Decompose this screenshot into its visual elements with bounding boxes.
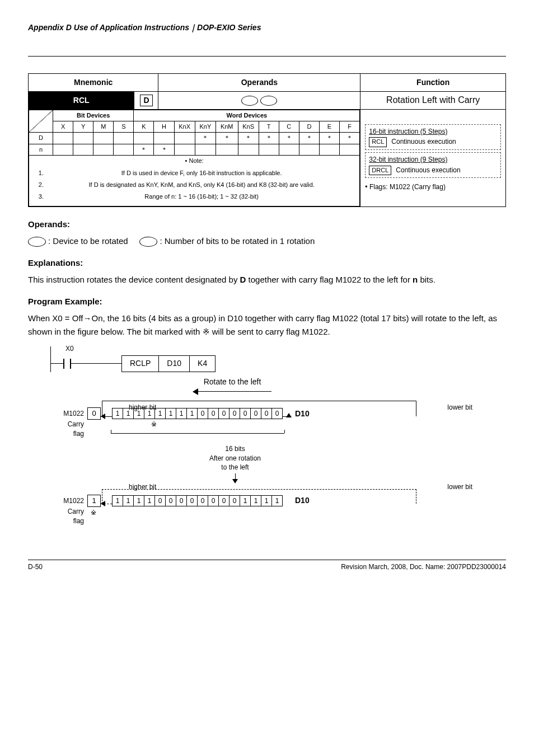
header-rule <box>28 56 506 57</box>
arrow-left-icon <box>193 388 271 395</box>
carry-box-bot: 1 <box>87 495 101 507</box>
steps-flags-cell: 16-bit instruction (5 Steps) RCL Continu… <box>360 109 506 206</box>
x0-label: X0 <box>65 344 74 354</box>
operands-heading: Operands: <box>28 218 506 230</box>
arrow-down-icon <box>232 479 238 483</box>
operand-ovals <box>158 92 360 109</box>
rotate-left-label: Rotate to the left <box>168 377 297 388</box>
bit-table-bot: 1111 0000 0000 1111 <box>112 495 283 506</box>
steps-16bit: 16-bit instruction (5 Steps) RCL Continu… <box>365 124 501 150</box>
note-2: If D is designated as KnY, KnM, and KnS,… <box>45 181 358 189</box>
function-desc: Rotation Left with Carry <box>360 92 506 109</box>
col-mnemonic: Mnemonic <box>29 73 158 92</box>
d10-label-top: D10 <box>295 408 310 420</box>
program-example-heading: Program Example: <box>28 295 506 307</box>
instruction-box: RCLP D10 K4 <box>121 355 216 372</box>
oval-n-icon <box>260 96 277 106</box>
carry-box-top: 0 <box>87 407 101 420</box>
star-marker-2: ※ <box>91 509 96 516</box>
higher-bit-label-2: higher bit <box>129 482 156 492</box>
program-example-text: When X0 = Off→On, the 16 bits (4 bits as… <box>28 312 506 339</box>
diag-cell <box>29 110 53 133</box>
operands-line: : Device to be rotated : Number of bits … <box>28 234 506 248</box>
oval-d-icon <box>241 96 258 106</box>
row-n: n ＊＊ <box>29 144 360 155</box>
row-d: D ＊ ＊＊＊＊ ＊＊＊ <box>29 133 360 144</box>
mnemonic-code: RCL <box>29 92 134 109</box>
revision-info: Revision March, 2008, Doc. Name: 2007PDD… <box>341 562 506 572</box>
explanations-heading: Explanations: <box>28 257 506 269</box>
bit-row-before: M1022 0 1111 1111 0000 0000 D10 <box>50 407 506 420</box>
page-header: Appendix D Use of Application Instructio… <box>28 22 506 34</box>
note-1: If D is used in device F, only 16-bit in… <box>45 169 358 177</box>
device-subtable: Bit Devices Word Devices XYMS KHKnXKnY K… <box>29 110 360 206</box>
ladder-diagram: X0 RCLP D10 K4 Rotate to the left higher… <box>50 346 506 526</box>
steps-32bit: 32-bit instruction (9 Steps) DRCL Contin… <box>365 152 501 178</box>
oval-n-icon <box>139 237 157 247</box>
lower-bit-label: lower bit <box>447 403 472 412</box>
device-col-row: XYMS KHKnXKnY KnMKnSTC DEF <box>29 121 360 132</box>
page-footer: D-50 Revision March, 2008, Doc. Name: 20… <box>28 560 506 572</box>
mnemonic-d: D <box>134 92 158 109</box>
col-function: Function <box>360 73 506 92</box>
bit-row-after: M1022 1 1111 0000 0000 1111 D10 <box>50 495 506 507</box>
flags-bullet: • Flags: M1022 (Carry flag) <box>365 182 501 192</box>
explanations-text: This instruction rotates the device cont… <box>28 273 506 287</box>
page-number: D-50 <box>28 562 43 572</box>
word-devices-hdr: Word Devices <box>134 110 360 121</box>
star-marker: ※ <box>151 420 157 429</box>
bit-devices-hdr: Bit Devices <box>53 110 134 121</box>
notes-cell: • Note: If D is used in device F, only 1… <box>29 156 360 206</box>
col-operands: Operands <box>158 73 360 92</box>
after-rotation-label: After one rotation <box>174 454 297 463</box>
oval-d-icon <box>28 237 46 247</box>
instruction-table: Mnemonic Operands Function RCL D Rotatio… <box>28 73 506 207</box>
d10-label-bot: D10 <box>295 495 310 506</box>
higher-bit-label: higher bit <box>129 403 156 412</box>
sixteen-bits-label: 16 bits <box>174 444 297 454</box>
lower-bit-label-2: lower bit <box>447 482 472 492</box>
contact-icon <box>63 359 71 369</box>
note-3: Range of n: 1 ~ 16 (16-bit); 1 ~ 32 (32-… <box>45 192 358 201</box>
